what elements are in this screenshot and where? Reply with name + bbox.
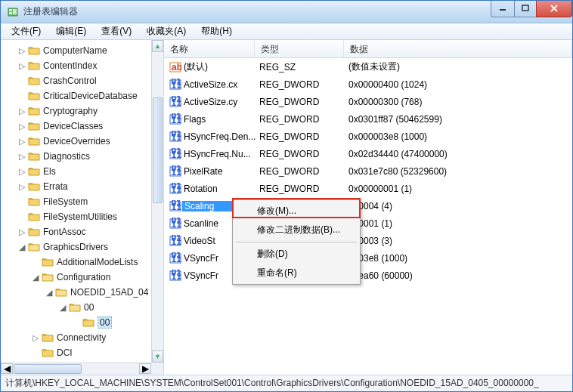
expand-toggle[interactable]: ◢ (58, 303, 67, 313)
expand-toggle[interactable]: ▷ (17, 122, 26, 131)
value-data: 0003e8 (1000) (348, 253, 572, 264)
app-icon (7, 6, 19, 18)
tree-node[interactable]: ▷ComputerName (1, 43, 163, 58)
dword-icon: 011110 (169, 113, 182, 125)
menu-file[interactable]: 文件(F) (4, 23, 48, 39)
value-row[interactable]: 011110ActiveSize.cxREG_DWORD0x00000400 (… (164, 76, 572, 93)
tree-hscroll[interactable]: ◀ ▶ (1, 363, 151, 375)
col-name[interactable]: 名称 (164, 40, 255, 57)
tree-node[interactable]: ▷ContentIndex (1, 58, 163, 73)
svg-text:110: 110 (172, 115, 182, 125)
svg-text:110: 110 (172, 254, 182, 264)
tree-node[interactable]: ▷DeviceOverrides (1, 134, 163, 149)
tree-node[interactable]: ▷Cryptography (1, 103, 163, 119)
tree-label: 00 (84, 302, 94, 313)
value-type: REG_DWORD (259, 131, 348, 142)
list-body[interactable]: ab(默认)REG_SZ(数值未设置)011110ActiveSize.cxRE… (164, 58, 572, 284)
value-row[interactable]: 011110ActiveSize.cyREG_DWORD0x00000300 (… (164, 93, 572, 110)
tree-label: FileSystemUtilities (43, 211, 117, 222)
expand-toggle[interactable]: ▷ (17, 182, 26, 192)
tree-node[interactable]: ◢NOEDID_15AD_04 (1, 285, 163, 300)
value-data: 0x000003e8 (1000) (348, 131, 572, 142)
titlebar[interactable]: 注册表编辑器 (1, 1, 572, 23)
status-path: 计算机\HKEY_LOCAL_MACHINE\SYSTEM\ControlSet… (5, 377, 539, 390)
dword-icon: 011110 (169, 235, 182, 247)
value-row[interactable]: 011110RotationREG_DWORD0x00000001 (1) (164, 180, 572, 197)
folder-icon (28, 181, 40, 192)
tree-node[interactable]: ▷Connectivity (1, 330, 163, 345)
tree-node[interactable]: 00 (1, 315, 163, 330)
svg-text:110: 110 (172, 184, 182, 195)
col-type[interactable]: 类型 (255, 40, 344, 57)
tree-node[interactable]: ◢00 (1, 300, 163, 315)
tree-label: DeviceClasses (43, 121, 103, 131)
menu-help[interactable]: 帮助(H) (194, 23, 240, 39)
value-row[interactable]: 011110Scanline000001 (1) (164, 215, 572, 232)
tree-node[interactable]: CrashControl (1, 73, 163, 88)
folder-icon (28, 196, 40, 207)
value-row[interactable]: 011110HSyncFreq.Nu...REG_DWORD0x02d34440… (164, 145, 572, 162)
tree-node[interactable]: ◢Configuration (1, 270, 163, 285)
tree-node[interactable]: FileSystemUtilities (1, 209, 163, 224)
ctx-modify-binary[interactable]: 修改二进制数据(B)... (234, 221, 358, 239)
maximize-button[interactable] (514, 1, 537, 17)
expand-toggle[interactable]: ◢ (17, 242, 26, 252)
folder-icon (28, 227, 40, 237)
value-type: REG_DWORD (259, 97, 348, 107)
folder-icon (42, 257, 54, 267)
tree-node[interactable]: FileSystem (1, 194, 163, 209)
dword-icon: 011110 (169, 96, 182, 108)
menu-fav[interactable]: 收藏夹(A) (139, 23, 194, 39)
expand-toggle[interactable]: ▷ (17, 227, 26, 237)
expand-toggle[interactable]: ▷ (17, 137, 26, 147)
ctx-rename[interactable]: 重命名(R) (234, 264, 358, 282)
menu-edit[interactable]: 编辑(E) (48, 23, 94, 39)
value-name: Rotation (182, 184, 259, 194)
folder-icon (28, 151, 40, 162)
tree-node[interactable]: ▷FontAssoc (1, 224, 163, 239)
tree-vscroll[interactable]: ▲ ▼ (151, 40, 163, 363)
svg-rect-2 (9, 12, 12, 14)
tree-node[interactable]: ▷Diagnostics (1, 149, 163, 164)
tree-node[interactable]: AdditionalModeLists (1, 255, 163, 270)
expand-toggle[interactable]: ▷ (17, 61, 26, 71)
value-row[interactable]: 011110HSyncFreq.Den...REG_DWORD0x000003e… (164, 128, 572, 145)
folder-icon (28, 242, 40, 252)
ctx-modify[interactable]: 修改(M)... (234, 202, 358, 221)
tree-node[interactable]: ◢GraphicsDrivers (1, 239, 163, 255)
menu-view[interactable]: 查看(V) (94, 23, 139, 39)
svg-text:110: 110 (172, 80, 182, 91)
value-row[interactable]: 011110VSyncFr00ea60 (60000) (164, 267, 572, 284)
minimize-button[interactable] (491, 1, 515, 17)
tree-node[interactable]: ▷Els (1, 164, 163, 179)
tree-node[interactable]: ▷DeviceClasses (1, 119, 163, 134)
tree-node[interactable]: ▷Errata (1, 179, 163, 194)
col-data[interactable]: 数据 (344, 40, 572, 57)
ctx-delete[interactable]: 删除(D) (234, 245, 358, 264)
expand-toggle[interactable]: ▷ (31, 333, 40, 343)
expand-toggle[interactable]: ▷ (17, 152, 26, 162)
value-row[interactable]: 011110Scaling000004 (4) (164, 197, 572, 215)
expand-toggle[interactable]: ▷ (17, 46, 26, 56)
close-button[interactable] (536, 1, 572, 17)
list-header: 名称 类型 数据 (164, 40, 572, 58)
expand-toggle[interactable]: ▷ (17, 106, 26, 116)
tree-label: Els (43, 166, 56, 177)
value-data: 0x02d34440 (47400000) (348, 149, 572, 159)
folder-icon (42, 347, 54, 358)
value-row[interactable]: ab(默认)REG_SZ(数值未设置) (164, 58, 572, 76)
dword-icon: 011110 (169, 270, 182, 282)
expand-toggle[interactable]: ▷ (17, 167, 26, 177)
tree-node[interactable]: DCI (1, 345, 163, 360)
tree-node[interactable]: CriticalDeviceDatabase (1, 88, 163, 103)
context-menu: 修改(M)... 修改二进制数据(B)... 删除(D) 重命名(R) (232, 199, 361, 285)
tree[interactable]: ▷ComputerName▷ContentIndexCrashControlCr… (1, 40, 163, 375)
string-icon: ab (169, 61, 182, 73)
value-row[interactable]: 011110VSyncFr0003e8 (1000) (164, 249, 572, 267)
expand-toggle[interactable]: ◢ (31, 273, 40, 282)
value-row[interactable]: 011110PixelRateREG_DWORD0x031e7c80 (5232… (164, 162, 572, 180)
value-row[interactable]: 011110VideoSt000003 (3) (164, 232, 572, 249)
expand-toggle[interactable]: ◢ (45, 288, 54, 298)
dword-icon: 011110 (169, 183, 182, 195)
value-row[interactable]: 011110FlagsREG_DWORD0x0301ff87 (50462599… (164, 110, 572, 128)
